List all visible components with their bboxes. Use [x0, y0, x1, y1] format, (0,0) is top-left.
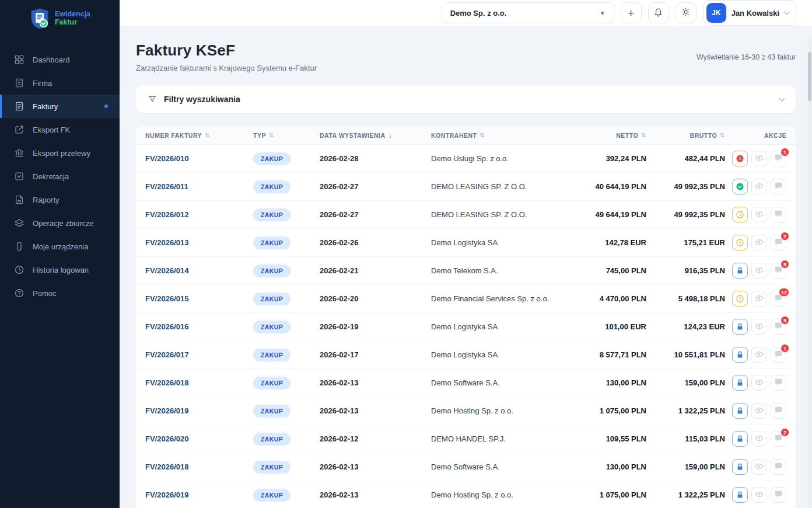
view-invoice-button[interactable]: [751, 179, 767, 194]
comments-button[interactable]: [771, 487, 786, 503]
notifications-button[interactable]: [648, 2, 669, 23]
invoice-number-link[interactable]: FV/2026/019: [145, 490, 188, 499]
scrollbar-thumb[interactable]: [808, 52, 811, 101]
view-invoice-button[interactable]: [751, 487, 767, 503]
pending-status-icon[interactable]: [732, 207, 748, 222]
issue-date: 2026-02-27: [320, 182, 431, 191]
comments-button[interactable]: [771, 179, 786, 194]
column-header-data-wystawienia[interactable]: DATA WYSTAWIENIA↓: [320, 131, 431, 140]
eye-icon: [754, 153, 764, 165]
sidebar-item-dekretacja[interactable]: Dekretacja: [0, 165, 120, 188]
settings-button[interactable]: [676, 2, 696, 23]
brutto-amount: 159,00 PLN: [646, 462, 725, 471]
invoice-number-link[interactable]: FV/2026/011: [145, 182, 188, 191]
sidebar-item-firma[interactable]: Firma: [0, 71, 120, 95]
locked-status-icon[interactable]: [732, 487, 748, 503]
comments-button[interactable]: [771, 375, 786, 391]
company-selector[interactable]: Demo Sp. z o.o. ▼: [442, 2, 614, 23]
sidebar-item-dashboard[interactable]: Dashboard: [0, 48, 120, 71]
column-header-kontrahent[interactable]: KONTRAHENT⇅: [431, 132, 559, 139]
view-invoice-button[interactable]: [751, 431, 767, 447]
locked-status-icon[interactable]: [732, 431, 748, 447]
clock-icon: [14, 265, 24, 275]
sidebar-item-operacje-zbiorcze[interactable]: Operacje zbiorcze: [0, 211, 120, 235]
comments-button[interactable]: [771, 403, 786, 419]
comments-button[interactable]: [771, 459, 786, 475]
vertical-scrollbar[interactable]: [807, 38, 812, 508]
view-invoice-button[interactable]: [751, 151, 767, 166]
locked-status-icon[interactable]: [732, 263, 748, 279]
locked-status-icon[interactable]: [732, 459, 748, 475]
brutto-amount: 1 322,25 PLN: [646, 490, 725, 499]
comments-button[interactable]: [771, 207, 786, 222]
invoice-number-link[interactable]: FV/2026/010: [145, 154, 188, 163]
comments-button[interactable]: 2: [771, 235, 786, 250]
invoice-number-link[interactable]: FV/2026/013: [145, 238, 188, 247]
user-menu[interactable]: JK Jan Kowalski: [703, 0, 796, 26]
netto-amount: 130,00 PLN: [559, 378, 646, 387]
sidebar-item-moje-urz-dzenia[interactable]: Moje urządzenia: [0, 235, 120, 258]
filters-panel-toggle[interactable]: Filtry wyszukiwania: [136, 85, 796, 113]
sidebar-item-eksport-fk[interactable]: Eksport FK: [0, 118, 120, 141]
chat-icon: [774, 461, 783, 473]
column-header-netto[interactable]: NETTO⇅: [559, 132, 646, 139]
sidebar-item-raporty[interactable]: Raporty: [0, 188, 120, 211]
column-label: NUMER FAKTURY: [145, 132, 202, 139]
invoice-number-link[interactable]: FV/2026/018: [145, 462, 188, 471]
view-invoice-button[interactable]: [751, 263, 767, 279]
sort-icon: ⇅: [641, 132, 646, 138]
comments-button[interactable]: 8: [771, 263, 786, 279]
kontrahent-name: DEMO LEASING SP. Z O.O.: [431, 210, 559, 219]
comments-button[interactable]: 12: [771, 291, 786, 307]
invoice-number-link[interactable]: FV/2026/015: [145, 294, 188, 303]
comment-count-badge: 1: [780, 344, 789, 353]
sidebar-item-historia-logowan[interactable]: Historia logowan: [0, 258, 120, 281]
view-invoice-button[interactable]: [751, 403, 767, 419]
invoice-number-link[interactable]: FV/2026/012: [145, 210, 188, 219]
view-invoice-button[interactable]: [751, 375, 767, 391]
locked-status-icon[interactable]: [732, 319, 748, 335]
view-invoice-button[interactable]: [751, 235, 767, 250]
approved-status-icon[interactable]: [732, 179, 748, 194]
chat-icon: [774, 181, 783, 193]
invoice-number-link[interactable]: FV/2026/019: [145, 406, 188, 415]
issue-date: 2026-02-21: [320, 266, 431, 275]
view-invoice-button[interactable]: [751, 207, 767, 222]
column-header-brutto[interactable]: BRUTTO⇅: [646, 132, 725, 139]
comments-button[interactable]: 2: [771, 431, 786, 447]
comments-button[interactable]: 1: [771, 151, 786, 166]
sidebar-item-faktury[interactable]: Faktury: [0, 95, 120, 118]
invoice-number-link[interactable]: FV/2026/016: [145, 322, 188, 331]
add-invoice-button[interactable]: +: [621, 2, 642, 23]
column-header-numer-faktury[interactable]: NUMER FAKTURY⇅: [145, 132, 253, 139]
app-logo[interactable]: Ewidencja Faktur: [0, 0, 120, 37]
issue-date: 2026-02-12: [320, 434, 431, 443]
building-icon: [14, 78, 24, 88]
page-head: Faktury KSeF Zarządzanie fakturami s Kra…: [136, 41, 796, 72]
invoice-number-link[interactable]: FV/2026/020: [145, 434, 188, 443]
logo-text-line2: Faktur: [55, 18, 77, 26]
comments-button[interactable]: 1: [771, 347, 786, 363]
pending-status-icon[interactable]: [732, 291, 748, 307]
eye-icon: [754, 489, 764, 501]
overdue-status-icon[interactable]: [732, 151, 748, 166]
sidebar-item-label: Operacje zbiorcze: [33, 219, 94, 228]
invoice-number-link[interactable]: FV/2026/018: [145, 378, 188, 387]
avatar: JK: [706, 3, 726, 23]
comments-button[interactable]: 9: [771, 319, 786, 335]
column-header-typ[interactable]: TYP⇅: [253, 132, 320, 139]
invoice-number-link[interactable]: FV/2026/014: [145, 266, 188, 275]
invoice-type-badge: ZAKUP: [253, 208, 290, 221]
sidebar-item-pomoc[interactable]: Pomoc: [0, 281, 120, 305]
view-invoice-button[interactable]: [751, 347, 767, 363]
netto-amount: 109,55 PLN: [559, 434, 646, 443]
view-invoice-button[interactable]: [751, 319, 767, 335]
invoice-number-link[interactable]: FV/2026/017: [145, 350, 188, 359]
locked-status-icon[interactable]: [732, 375, 748, 391]
locked-status-icon[interactable]: [732, 403, 748, 419]
view-invoice-button[interactable]: [751, 291, 767, 307]
view-invoice-button[interactable]: [751, 459, 767, 475]
pending-status-icon[interactable]: [732, 235, 748, 250]
sidebar-item-eksport-przelewy[interactable]: Eksport przelewy: [0, 141, 120, 165]
locked-status-icon[interactable]: [732, 347, 748, 363]
